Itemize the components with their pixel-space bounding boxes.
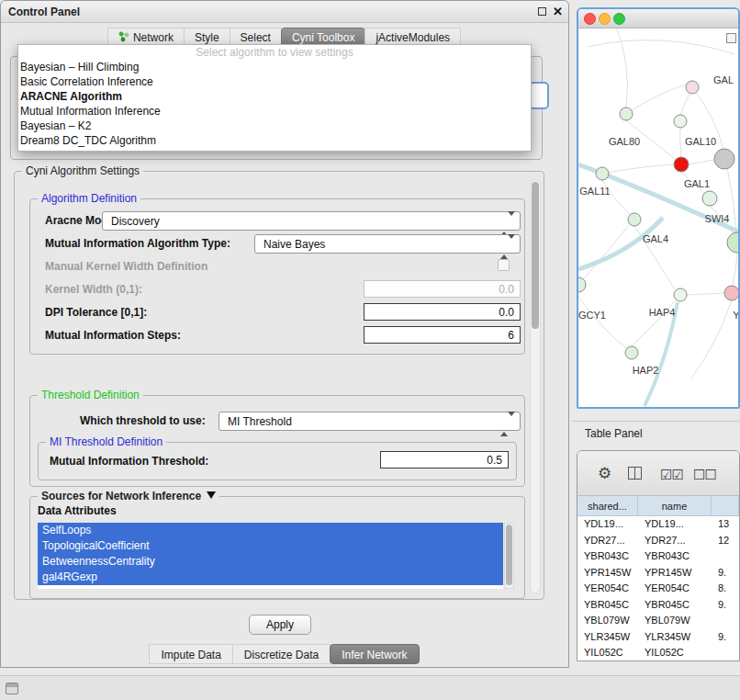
table-row[interactable]: YDL19...YDL19...13: [577, 516, 739, 533]
data-attributes-list[interactable]: SelfLoopsTopologicalCoefficientBetweenne…: [38, 523, 503, 589]
algorithm-option[interactable]: Basic Correlation Inference: [18, 74, 531, 89]
network-edge[interactable]: [680, 94, 690, 115]
control-panel-titlebar[interactable]: Control Panel ✕: [1, 1, 568, 23]
network-node[interactable]: [727, 232, 740, 253]
table-cell: YDL19...: [638, 516, 712, 533]
network-edge[interactable]: [733, 254, 737, 286]
table-cell: YBL079W: [638, 613, 712, 629]
network-graph[interactable]: GALGAL80GAL10GAL11GAL1SWI4GAL4GCY1HAP4HA…: [578, 28, 740, 409]
network-node[interactable]: [628, 213, 641, 226]
network-node[interactable]: [596, 167, 609, 180]
columns-icon[interactable]: [628, 467, 642, 480]
aracne-mode-select[interactable]: Discovery: [102, 211, 521, 231]
scrollbar-thumb[interactable]: [532, 182, 539, 329]
tab-label: Network: [133, 31, 174, 44]
network-node[interactable]: [724, 286, 739, 300]
node-label: GAL4: [643, 233, 668, 244]
table-row[interactable]: YIL052CYIL052C: [577, 645, 739, 661]
attribute-list-item[interactable]: TopologicalCoefficient: [38, 538, 503, 554]
table-cell: YDR27...: [638, 533, 712, 549]
table-row[interactable]: YDR27...YDR27...12: [577, 533, 739, 549]
scrollbar-thumb[interactable]: [506, 525, 512, 585]
network-toolbar-fragment[interactable]: [726, 33, 736, 43]
network-view-window[interactable]: GALGAL80GAL10GAL11GAL1SWI4GAL4GCY1HAP4HA…: [577, 7, 740, 409]
column-header-1[interactable]: name: [638, 496, 712, 515]
which-threshold-select[interactable]: MI Threshold: [219, 412, 521, 431]
network-node[interactable]: [625, 346, 638, 359]
network-node[interactable]: [674, 288, 687, 301]
window-title: Control Panel: [8, 6, 80, 18]
network-node[interactable]: [714, 149, 734, 169]
algorithm-option[interactable]: ARACNE Algorithm: [18, 89, 531, 104]
minimize-traffic-light-icon[interactable]: [599, 13, 611, 25]
manual-kernel-checkbox[interactable]: [498, 259, 510, 271]
node-label: HAP4: [649, 307, 676, 318]
node-label: Y: [733, 310, 740, 321]
table-toolbar: ⚙ ☑☑ ☐☐: [577, 451, 739, 496]
attribute-list-item[interactable]: SelfLoops: [38, 523, 503, 538]
attributes-list-scrollbar[interactable]: [504, 523, 514, 589]
gear-icon[interactable]: ⚙: [598, 464, 611, 483]
table-row[interactable]: YBL079WYBL079W: [577, 613, 739, 629]
node-label: GAL10: [685, 136, 716, 147]
bottom-tab-discretize-data[interactable]: Discretize Data: [232, 644, 331, 664]
network-node[interactable]: [578, 277, 586, 292]
column-header-2[interactable]: [712, 496, 739, 515]
table-row[interactable]: YBR045CYBR045C9.: [577, 597, 739, 614]
network-edge[interactable]: [578, 225, 629, 285]
dropdown-placeholder: Select algorithm to view settings: [18, 46, 531, 60]
table-cell: YIL052C: [577, 645, 638, 661]
algorithm-definition-title: Algorithm Definition: [38, 192, 140, 205]
attribute-list-item[interactable]: BetweennessCentrality: [38, 554, 503, 570]
table-cell: 9.: [712, 565, 739, 581]
table-row[interactable]: YLR345WYLR345W9.: [577, 629, 739, 646]
deselect-all-icon[interactable]: ☐☐: [693, 467, 716, 483]
network-node[interactable]: [702, 191, 717, 206]
table-row[interactable]: YBR043CYBR043C: [577, 548, 739, 565]
attribute-list-item[interactable]: gal4RGexp: [38, 570, 503, 585]
table-cell: YBR043C: [577, 548, 638, 565]
table-row[interactable]: YPR145WYPR145W9.: [577, 565, 739, 581]
table-header: shared...name: [577, 496, 739, 516]
minimized-panel-icon[interactable]: [6, 683, 18, 694]
select-all-icon[interactable]: ☑☑: [660, 467, 683, 483]
float-window-icon[interactable]: [538, 7, 546, 16]
algorithm-option[interactable]: Mutual Information Inference: [18, 104, 531, 119]
network-edge[interactable]: [615, 28, 628, 107]
control-panel-window: Control Panel ✕ NetworkStyleSelectCyni T…: [0, 0, 569, 668]
close-icon[interactable]: ✕: [553, 5, 563, 18]
algorithm-option[interactable]: Bayesian – Hill Climbing: [18, 60, 531, 74]
network-node[interactable]: [674, 115, 687, 128]
algorithm-option[interactable]: Bayesian – K2: [18, 119, 531, 133]
mi-threshold-group: MI Threshold Definition Mutual Informati…: [38, 442, 517, 480]
algorithm-selector-fragment[interactable]: [529, 82, 549, 109]
mi-threshold-field[interactable]: [380, 451, 509, 469]
network-edge[interactable]: [602, 164, 674, 174]
bottom-tab-impute-data[interactable]: Impute Data: [149, 644, 232, 664]
table-row[interactable]: YER054CYER054C8.: [577, 581, 739, 597]
network-window-titlebar[interactable]: [578, 9, 738, 28]
zoom-traffic-light-icon[interactable]: [613, 13, 625, 25]
mi-steps-field[interactable]: [364, 326, 521, 344]
node-label: GAL: [713, 74, 734, 85]
network-edge[interactable]: [687, 293, 724, 295]
apply-button[interactable]: Apply: [249, 615, 311, 635]
tab-label: Cyni Toolbox: [292, 31, 354, 44]
network-node[interactable]: [620, 107, 633, 120]
algorithm-option[interactable]: Dream8 DC_TDC Algorithm: [18, 133, 531, 148]
close-traffic-light-icon[interactable]: [584, 13, 596, 25]
bottom-tab-infer-network[interactable]: Infer Network: [330, 644, 419, 664]
settings-scrollbar[interactable]: [530, 179, 541, 593]
network-edge[interactable]: [690, 300, 732, 379]
network-edge[interactable]: [588, 40, 734, 54]
dpi-tolerance-field[interactable]: [364, 303, 521, 321]
network-node[interactable]: [674, 157, 689, 172]
column-header-0[interactable]: shared...: [577, 496, 638, 515]
sources-group-title[interactable]: Sources for Network Inference: [38, 490, 219, 502]
network-edge[interactable]: [626, 85, 687, 114]
kernel-width-field[interactable]: [364, 280, 521, 298]
network-edge[interactable]: [689, 160, 714, 164]
network-edge[interactable]: [578, 297, 626, 348]
network-node[interactable]: [686, 81, 699, 94]
mi-type-select[interactable]: Naive Bayes: [254, 234, 521, 254]
